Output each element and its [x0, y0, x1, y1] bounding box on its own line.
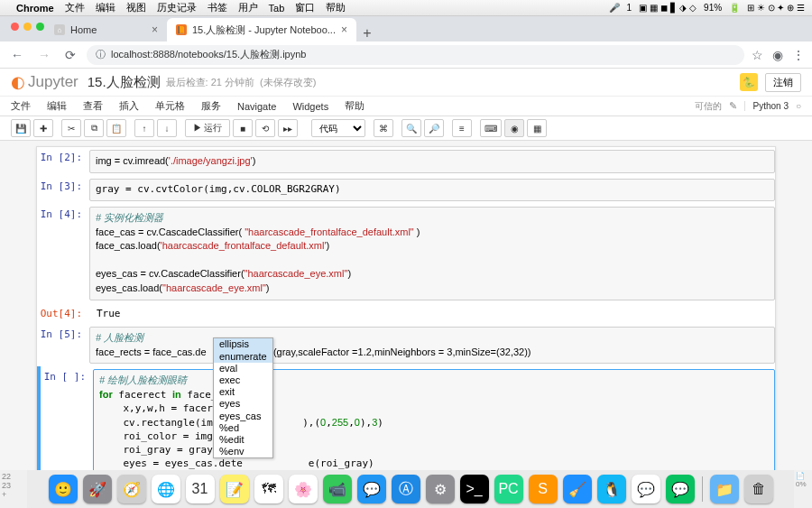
menu-window[interactable]: 窗口 [295, 1, 315, 14]
jupyter-logo[interactable]: ◐ Jupyter [11, 72, 78, 92]
dock-calendar-icon[interactable]: 31 [186, 475, 215, 503]
dock-folder-icon[interactable]: 📁 [710, 475, 739, 503]
browser-tab-home[interactable]: ⌂ Home × [45, 18, 167, 42]
move-down-button[interactable]: ↓ [157, 119, 177, 137]
trusted-label[interactable]: 可信的 [695, 100, 722, 113]
autocomplete-item[interactable]: exit [214, 386, 272, 398]
cut-button[interactable]: ✂ [61, 119, 81, 137]
back-button[interactable]: ← [7, 48, 27, 62]
menu-view[interactable]: 视图 [126, 1, 146, 14]
close-tab-icon[interactable]: × [152, 23, 158, 36]
record-button[interactable]: ◉ [504, 119, 524, 137]
keyboard-button[interactable]: ⌨ [480, 119, 502, 137]
menu-user[interactable]: 用户 [238, 1, 258, 14]
toc-button[interactable]: ≡ [452, 119, 472, 137]
code-cell-2[interactable]: In [2]: img = cv.imread('./image/yangzi.… [37, 147, 775, 176]
dock-facetime-icon[interactable]: 📹 [323, 475, 352, 503]
zoom-out-button[interactable]: 🔎 [424, 119, 444, 137]
code-cell-4[interactable]: In [4]: # 实例化检测器 face_cas = cv.CascadeCl… [37, 204, 775, 303]
dock-maps-icon[interactable]: 🗺 [254, 475, 283, 503]
menu-edit[interactable]: 编辑 [96, 1, 115, 14]
jmenu-file[interactable]: 文件 [11, 99, 31, 113]
jmenu-help[interactable]: 帮助 [345, 99, 364, 113]
chrome-menu-icon[interactable]: ⋮ [792, 48, 805, 62]
jmenu-view[interactable]: 查看 [83, 99, 103, 113]
zoom-in-button[interactable]: 🔍 [401, 119, 421, 137]
code-content[interactable]: # 人脸检测 face_rects = face_cas.de ale(gray… [96, 331, 769, 360]
jmenu-navigate[interactable]: Navigate [237, 101, 276, 112]
move-up-button[interactable]: ↑ [134, 119, 154, 137]
code-content[interactable]: img = cv.imread('./image/yangzi.jpg') [96, 154, 769, 169]
dock-notes-icon[interactable]: 📝 [220, 475, 249, 503]
code-content[interactable]: # 实例化检测器 face_cas = cv.CascadeClassifier… [96, 211, 769, 296]
notebook-title[interactable]: 15.人脸检测 [88, 74, 161, 91]
browser-tab-notebook[interactable]: 📙 15.人脸检测 - Jupyter Noteboo... × [167, 18, 356, 42]
close-tab-icon[interactable]: × [341, 23, 347, 36]
autocomplete-item[interactable]: %env [214, 446, 272, 457]
dock-cleaner-icon[interactable]: 🧹 [563, 475, 592, 503]
copy-button[interactable]: ⧉ [84, 119, 104, 137]
jmenu-insert[interactable]: 插入 [119, 99, 139, 113]
save-button[interactable]: 💾 [11, 119, 31, 137]
restart-button[interactable]: ⟲ [255, 119, 275, 137]
menu-file[interactable]: 文件 [65, 1, 85, 14]
autocomplete-popup[interactable]: ellipsis enumerate eval exec exit eyes e… [213, 337, 273, 458]
bookmark-star-icon[interactable]: ☆ [752, 48, 763, 62]
profile-icon[interactable]: ◉ [772, 48, 783, 62]
dock-wechat-icon[interactable]: 💬 [632, 475, 660, 503]
code-cell-3[interactable]: In [3]: gray = cv.cvtColor(img,cv.COLOR_… [37, 176, 775, 204]
forward-button[interactable]: → [34, 48, 54, 62]
command-palette-button[interactable]: ⌘ [374, 119, 393, 137]
reload-button[interactable]: ⟳ [61, 48, 79, 62]
new-tab-button[interactable]: + [356, 25, 378, 42]
dock-photos-icon[interactable]: 🌸 [289, 475, 318, 503]
dock-messages-icon[interactable]: 💬 [357, 475, 386, 503]
dock-appstore-icon[interactable]: Ⓐ [392, 475, 420, 503]
logout-button[interactable]: 注销 [765, 73, 801, 92]
run-button[interactable]: ▶ 运行 [185, 119, 230, 137]
zoom-window-button[interactable] [36, 23, 44, 31]
jmenu-edit[interactable]: 编辑 [47, 99, 67, 113]
table-button[interactable]: ▦ [527, 119, 547, 137]
autocomplete-item[interactable]: ellipsis [214, 338, 272, 350]
menu-history[interactable]: 历史记录 [157, 1, 197, 14]
edit-icon[interactable]: ✎ [729, 100, 737, 112]
jmenu-kernel[interactable]: 服务 [201, 99, 221, 113]
app-name-menu[interactable]: Chrome [16, 3, 54, 14]
dock-qq-icon[interactable]: 🐧 [597, 475, 626, 503]
code-content[interactable]: gray = cv.cvtColor(img,cv.COLOR_BGR2GRAY… [96, 183, 769, 197]
dock-terminal-icon[interactable]: >_ [460, 475, 489, 503]
autocomplete-item[interactable]: exec [214, 374, 272, 386]
dock-pycharm-icon[interactable]: PC [494, 475, 523, 503]
dock-chrome-icon[interactable]: 🌐 [152, 475, 180, 503]
autocomplete-item[interactable]: enumerate [214, 351, 272, 363]
dock-wechat2-icon[interactable]: 💬 [666, 475, 695, 503]
dock-settings-icon[interactable]: ⚙ [426, 475, 455, 503]
dock-finder-icon[interactable]: 🙂 [49, 475, 78, 503]
code-cell-6-selected[interactable]: In [ ]: # 绘制人脸检测眼睛 for facerect in face_… [37, 366, 775, 474]
kernel-name[interactable]: Python 3 [744, 101, 788, 111]
menu-tab[interactable]: Tab [269, 3, 285, 14]
autocomplete-item[interactable]: eyes [214, 398, 272, 410]
menu-bookmarks[interactable]: 书签 [208, 1, 227, 14]
jmenu-widgets[interactable]: Widgets [292, 101, 328, 112]
autocomplete-item[interactable]: %ed [214, 422, 272, 434]
stop-button[interactable]: ■ [233, 119, 253, 137]
input-icon[interactable]: 🎤 [609, 3, 620, 13]
dock-trash-icon[interactable]: 🗑 [744, 475, 773, 503]
run-all-button[interactable]: ▸▸ [278, 119, 298, 137]
paste-button[interactable]: 📋 [106, 119, 126, 137]
autocomplete-item[interactable]: eyes_cas [214, 411, 272, 422]
minimize-window-button[interactable] [23, 23, 32, 31]
close-window-button[interactable] [11, 23, 19, 31]
add-cell-button[interactable]: ✚ [33, 119, 53, 137]
dock-launchpad-icon[interactable]: 🚀 [83, 475, 112, 503]
cell-type-select[interactable]: 代码 [311, 119, 365, 137]
notebook-scroll-area[interactable]: In [2]: img = cv.imread('./image/yangzi.… [0, 141, 812, 474]
jmenu-cell[interactable]: 单元格 [155, 99, 185, 113]
url-field[interactable]: ⓘ localhost:8888/notebooks/15.人脸检测.ipynb [87, 45, 744, 65]
autocomplete-item[interactable]: eval [214, 363, 272, 374]
site-info-icon[interactable]: ⓘ [96, 48, 106, 61]
autocomplete-item[interactable]: %edit [214, 434, 272, 446]
dock-safari-icon[interactable]: 🧭 [117, 475, 146, 503]
